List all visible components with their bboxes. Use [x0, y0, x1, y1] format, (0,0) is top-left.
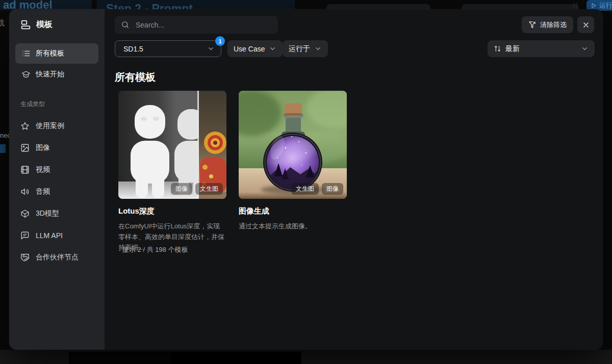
sidebar-item-label: 合作伙伴节点 — [36, 253, 79, 262]
play-icon — [591, 3, 597, 9]
template-thumbnail: 文生图 图像 — [239, 91, 347, 199]
run-button-label: 运行 — [599, 1, 612, 10]
sidebar-item-label: 视频 — [36, 165, 50, 174]
message-icon — [20, 231, 30, 240]
tag-badge: 文生图 — [195, 183, 223, 195]
chevron-down-icon — [207, 45, 215, 53]
bg-node-strip — [0, 144, 6, 153]
sidebar-item-label: 图像 — [36, 143, 50, 152]
sidebar-item-label: 使用案例 — [36, 121, 64, 131]
clear-filters-label: 清除筛选 — [540, 20, 567, 30]
sidebar-title-row: 模板 — [20, 19, 105, 30]
template-title: 图像生成 — [239, 206, 347, 216]
film-icon — [20, 165, 30, 174]
template-count-label: 显示 2 / 共 198 个模板 — [122, 245, 188, 254]
template-card-grid: 图像 文生图 Lotus深度 在ComfyUI中运行Lotus深度，实现零样本、… — [118, 91, 347, 253]
chevron-down-icon — [581, 45, 589, 53]
sidebar-categories: 使用案例 图像 视频 音频 3D模型 — [9, 115, 105, 268]
list-icon — [21, 49, 31, 58]
template-thumbnail: 图像 文生图 — [118, 91, 226, 199]
sidebar-item-3d-model[interactable]: 3D模型 — [9, 202, 105, 224]
bg-node-title-load-model: ad model — [0, 0, 92, 10]
star-icon — [20, 121, 30, 131]
volume-icon — [20, 187, 30, 196]
use-case-filter-dropdown[interactable]: Use Case — [227, 40, 283, 57]
sidebar-item-label: 3D模型 — [36, 209, 59, 218]
template-title: Lotus深度 — [118, 206, 226, 216]
search-box[interactable] — [115, 16, 278, 34]
sidebar-item-label: 快速开始 — [36, 70, 64, 79]
runs-on-filter-value: 运行于 — [289, 44, 310, 54]
sidebar-item-llm-api[interactable]: LLM API — [9, 224, 105, 246]
sidebar-nav: 所有模板 快速开始 — [9, 43, 105, 85]
template-browser-modal: 模板 所有模板 快速开始 生成类型 使用案例 — [9, 9, 603, 350]
sidebar-item-label: 音频 — [36, 187, 50, 196]
sidebar-item-label: LLM API — [36, 231, 63, 240]
search-input[interactable] — [135, 20, 272, 30]
search-icon — [121, 20, 130, 29]
sidebar-item-partner-nodes[interactable]: 合作伙伴节点 — [9, 246, 105, 268]
app-root: ad model Step 2 - Prompt ∷ 运行 载 ned 模板 所… — [0, 0, 612, 364]
sort-dropdown[interactable]: 最新 — [488, 40, 595, 57]
filter-x-icon — [528, 21, 536, 29]
sort-arrows-icon — [494, 45, 501, 53]
bg-bottom-band — [0, 350, 612, 364]
sidebar-item-quick-start[interactable]: 快速开始 — [15, 64, 98, 85]
sidebar-title: 模板 — [36, 19, 53, 30]
model-filter-value: SD1.5 — [123, 45, 143, 53]
template-main: 清除筛选 SD1.5 1 Use Case 运行于 最新 — [105, 9, 603, 350]
template-description: 通过文本提示生成图像。 — [239, 221, 347, 231]
sort-value: 最新 — [505, 44, 520, 54]
image-icon — [20, 143, 30, 152]
sidebar-item-all-templates[interactable]: 所有模板 — [15, 43, 98, 64]
chevron-down-icon — [269, 45, 276, 53]
bg-text-fragment: 载 — [0, 18, 5, 28]
model-filter-dropdown[interactable]: SD1.5 1 — [115, 40, 221, 57]
template-card-lotus-depth[interactable]: 图像 文生图 Lotus深度 在ComfyUI中运行Lotus深度，实现零样本、… — [118, 91, 226, 253]
template-sidebar: 模板 所有模板 快速开始 生成类型 使用案例 — [9, 9, 105, 350]
close-button[interactable] — [577, 16, 594, 33]
template-tags: 图像 文生图 — [171, 183, 223, 195]
graduation-cap-icon — [21, 70, 31, 79]
templates-icon — [20, 19, 31, 30]
sidebar-item-use-cases[interactable]: 使用案例 — [9, 115, 105, 137]
clear-filters-button[interactable]: 清除筛选 — [522, 16, 573, 33]
cube-icon — [20, 209, 30, 218]
sidebar-item-image[interactable]: 图像 — [9, 137, 105, 159]
tag-badge: 文生图 — [291, 183, 319, 195]
page-title: 所有模板 — [115, 70, 156, 84]
template-card-image-generation[interactable]: 文生图 图像 图像生成 通过文本提示生成图像。 — [239, 91, 347, 253]
template-tags: 文生图 图像 — [291, 183, 343, 195]
sidebar-item-audio[interactable]: 音频 — [9, 180, 105, 202]
filter-count-badge: 1 — [215, 36, 225, 46]
sidebar-section-label: 生成类型 — [20, 100, 105, 109]
chevron-down-icon — [314, 45, 322, 53]
use-case-filter-value: Use Case — [234, 45, 265, 53]
runs-on-filter-dropdown[interactable]: 运行于 — [283, 40, 328, 57]
tag-badge: 图像 — [171, 183, 192, 195]
handshake-icon — [20, 253, 30, 262]
sidebar-item-label: 所有模板 — [36, 49, 64, 58]
tag-badge: 图像 — [322, 183, 343, 195]
close-icon — [582, 21, 590, 29]
drag-handle-icon: ∷ — [573, 2, 577, 9]
sidebar-item-video[interactable]: 视频 — [9, 159, 105, 180]
